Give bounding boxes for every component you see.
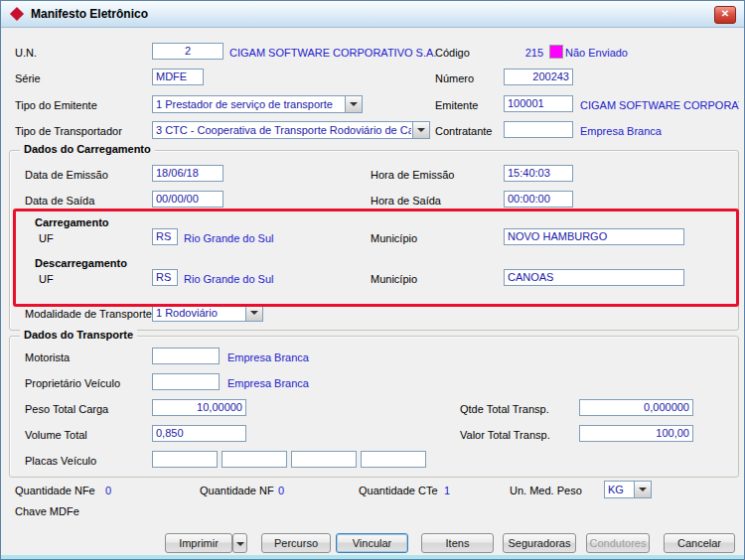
quantidade-nf-label: Quantidade NF <box>200 484 274 497</box>
chevron-down-icon <box>634 482 651 497</box>
valor-total-input[interactable]: 100,00 <box>579 425 693 442</box>
proprietario-description: Empresa Branca <box>227 376 309 390</box>
window-title: Manifesto Eletrônico <box>31 7 148 21</box>
volume-total-label: Volume Total <box>25 428 87 442</box>
vincular-button[interactable]: Vincular <box>336 533 408 553</box>
descarregamento-municipio-input[interactable]: CANOAS <box>504 269 684 286</box>
modalidade-select[interactable]: 1 Rodoviário <box>152 304 263 322</box>
tipo-transportador-label: Tipo de Transportador <box>15 124 122 138</box>
descarregamento-uf-input[interactable]: RS <box>152 269 178 286</box>
tipo-transportador-select[interactable]: 3 CTC - Cooperativa de Transporte Rodovi… <box>152 121 430 139</box>
carregamento-municipio-label: Município <box>371 231 417 245</box>
volume-total-input[interactable]: 0,850 <box>152 425 246 442</box>
un-med-peso-select[interactable]: KG <box>604 481 652 498</box>
contratante-label: Contratante <box>435 124 492 138</box>
title-bar[interactable]: Manifesto Eletrônico ✕ <box>1 1 744 28</box>
chevron-down-icon <box>245 305 262 321</box>
un-label: U.N. <box>15 46 37 60</box>
carregamento-uf-input[interactable]: RS <box>152 228 178 245</box>
seguradoras-button[interactable]: Seguradoras <box>503 533 576 553</box>
emitente-description: CIGAM SOFTWARE CORPORATIV <box>580 98 739 112</box>
peso-total-label: Peso Total Carga <box>25 402 108 416</box>
qtde-total-label: Qtde Total Transp. <box>460 402 549 416</box>
serie-input[interactable]: MDFE <box>152 69 204 85</box>
quantidade-cte-label: Quantidade CTe <box>359 484 438 497</box>
codigo-value: 215 <box>464 46 543 60</box>
un-med-peso-value: KG <box>608 484 633 495</box>
cancelar-button[interactable]: Cancelar <box>664 533 735 553</box>
status-color-swatch <box>549 45 563 59</box>
hora-emissao-label: Hora de Emissão <box>371 168 454 182</box>
emitente-label: Emitente <box>435 98 478 112</box>
tipo-emitente-select[interactable]: 1 Prestador de serviço de transporte <box>152 95 363 113</box>
qtde-total-input[interactable]: 0,000000 <box>579 399 693 416</box>
chevron-down-icon <box>412 122 429 138</box>
proprietario-input[interactable] <box>152 373 220 390</box>
serie-label: Série <box>15 71 41 85</box>
peso-total-input[interactable]: 10,00000 <box>152 399 246 416</box>
manifesto-eletronico-window: Manifesto Eletrônico ✕ U.N. 2 CIGAM SOFT… <box>0 0 745 560</box>
un-description: CIGAM SOFTWARE CORPORATIVO S.A. <box>229 46 436 60</box>
chave-mdfe-label: Chave MDFe <box>15 504 79 518</box>
tipo-emitente-value: 1 Prestador de serviço de transporte <box>156 98 344 110</box>
condutores-button: Condutores <box>586 533 650 553</box>
app-icon <box>10 7 24 21</box>
hora-emissao-input[interactable]: 15:40:03 <box>504 165 573 182</box>
descarregamento-uf-label: UF <box>39 272 54 286</box>
un-med-peso-label: Un. Med. Peso <box>510 484 582 497</box>
carregamento-uf-description: Rio Grande do Sul <box>184 231 274 245</box>
emitente-input[interactable]: 100001 <box>504 95 573 112</box>
percurso-button[interactable]: Percurso <box>261 533 331 553</box>
placa-input-2[interactable] <box>222 451 287 468</box>
imprimir-button[interactable]: Imprimir <box>165 533 232 553</box>
placa-input-3[interactable] <box>291 451 357 468</box>
descarregamento-uf-description: Rio Grande do Sul <box>184 272 274 286</box>
tipo-emitente-label: Tipo do Emitente <box>15 98 97 112</box>
descarregamento-municipio-label: Município <box>371 272 417 286</box>
modalidade-value: 1 Rodoviário <box>156 307 244 319</box>
data-emissao-input[interactable]: 18/06/18 <box>152 165 224 182</box>
placas-label: Placas Veículo <box>25 454 96 468</box>
quantidade-nfe-value: 0 <box>105 484 111 497</box>
quantidade-nf-value: 0 <box>278 484 284 497</box>
motorista-description: Empresa Branca <box>227 350 309 364</box>
hora-saida-label: Hora de Saída <box>371 194 441 208</box>
window-bottom-frame <box>1 555 744 559</box>
carregamento-title: Carregamento <box>35 215 109 229</box>
placa-input-1[interactable] <box>152 451 218 468</box>
data-emissao-label: Data de Emissão <box>25 168 108 182</box>
chevron-down-icon <box>236 542 244 546</box>
un-input[interactable]: 2 <box>152 43 224 60</box>
quantidade-cte-value: 1 <box>444 484 450 497</box>
status-badge: Não Enviado <box>565 46 628 60</box>
contratante-description: Empresa Branca <box>580 124 662 138</box>
dados-transporte-title: Dados do Transporte <box>20 329 137 341</box>
tipo-transportador-value: 3 CTC - Cooperativa de Transporte Rodovi… <box>156 124 411 136</box>
dados-carregamento-title: Dados do Carregamento <box>20 143 155 155</box>
proprietario-label: Proprietário Veículo <box>25 376 120 390</box>
valor-total-label: Valor Total Transp. <box>460 428 550 442</box>
modalidade-label: Modalidade de Transporte <box>25 307 152 321</box>
contratante-input[interactable] <box>504 121 573 138</box>
placa-input-4[interactable] <box>361 451 426 468</box>
descarregamento-title: Descarregamento <box>35 256 127 270</box>
data-saida-input[interactable]: 00/00/00 <box>152 191 224 208</box>
close-icon: ✕ <box>721 8 729 19</box>
carregamento-municipio-input[interactable]: NOVO HAMBURGO <box>504 228 684 245</box>
imprimir-dropdown-button[interactable] <box>232 533 247 553</box>
motorista-input[interactable] <box>152 348 220 364</box>
hora-saida-input[interactable]: 00:00:00 <box>504 191 573 208</box>
data-saida-label: Data de Saída <box>25 194 94 208</box>
numero-label: Número <box>435 71 474 85</box>
motorista-label: Motorista <box>25 350 70 364</box>
itens-button[interactable]: Itens <box>421 533 494 553</box>
quantidade-nfe-label: Quantidade NFe <box>15 484 95 497</box>
chevron-down-icon <box>345 96 362 112</box>
carregamento-uf-label: UF <box>39 231 54 245</box>
close-button[interactable]: ✕ <box>714 6 736 24</box>
numero-input[interactable]: 200243 <box>504 69 573 85</box>
